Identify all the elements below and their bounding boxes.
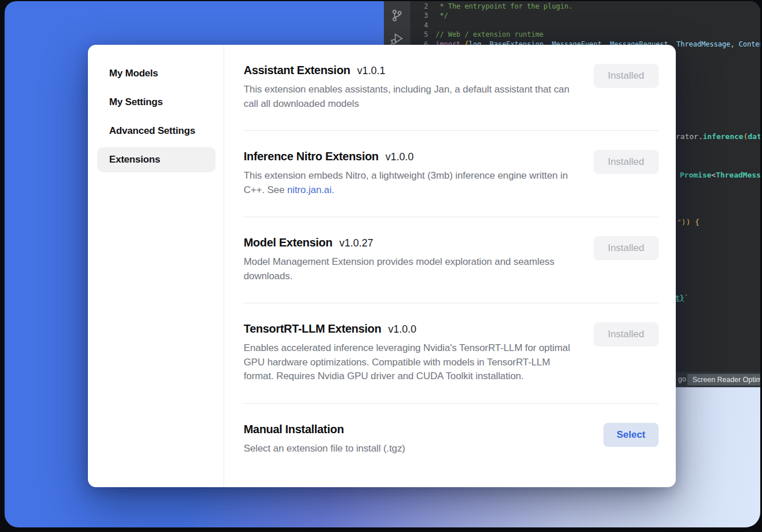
sidebar-item-my-settings[interactable]: My Settings bbox=[97, 90, 215, 115]
code-line: */ bbox=[436, 11, 760, 20]
description-text: This extension enables assistants, inclu… bbox=[244, 84, 569, 109]
sidebar-item-advanced-settings[interactable]: Advanced Settings bbox=[97, 118, 215, 144]
sidebar-item-my-models[interactable]: My Models bbox=[97, 61, 215, 86]
installed-button-model-extension[interactable]: Installed bbox=[594, 236, 659, 260]
source-control-icon[interactable] bbox=[390, 8, 405, 23]
editor-code: * The entrypoint for the plugin. */// We… bbox=[436, 2, 760, 49]
extensions-list: Assistant Extensionv1.0.1This extension … bbox=[224, 45, 676, 487]
extension-row-manual-installation: Manual InstallationSelect an extension f… bbox=[244, 404, 659, 476]
extension-name: Assistant Extension bbox=[244, 64, 350, 77]
select-button-manual-installation[interactable]: Select bbox=[603, 423, 659, 447]
line-number: 4 bbox=[410, 21, 428, 30]
extension-info: Model Extensionv1.0.27Model Management E… bbox=[244, 236, 576, 283]
code-line bbox=[436, 21, 760, 30]
installed-button-assistant-extension[interactable]: Installed bbox=[594, 64, 659, 88]
extension-description: Model Management Extension provides mode… bbox=[244, 255, 576, 283]
extension-row-tensortrt-llm-extension: TensortRT-LLM Extensionv1.0.0Enables acc… bbox=[244, 303, 659, 404]
extension-version: v1.0.0 bbox=[388, 323, 416, 336]
code-fragment: rator.inference(data)); bbox=[676, 132, 760, 141]
screen-reader-status-chip[interactable]: Screen Reader Optimize bbox=[687, 374, 760, 385]
extension-row-assistant-extension: Assistant Extensionv1.0.1This extension … bbox=[244, 45, 659, 131]
extension-version: v1.0.1 bbox=[357, 65, 385, 77]
status-text: go bbox=[678, 375, 686, 383]
settings-modal: My ModelsMy SettingsAdvanced SettingsExt… bbox=[88, 45, 676, 487]
settings-sidebar: My ModelsMy SettingsAdvanced SettingsExt… bbox=[88, 45, 224, 487]
line-number: 2 bbox=[410, 2, 428, 11]
extension-info: Manual InstallationSelect an extension f… bbox=[244, 423, 405, 456]
extension-name: Manual Installation bbox=[244, 423, 344, 436]
extension-description: Enables accelerated inference leveraging… bbox=[244, 341, 576, 384]
description-text: Enables accelerated inference leveraging… bbox=[244, 342, 570, 381]
extension-name: Inference Nitro Extension bbox=[244, 150, 379, 163]
extension-description: This extension enables assistants, inclu… bbox=[244, 83, 576, 111]
extension-description: This extension embeds Nitro, a lightweig… bbox=[244, 169, 576, 197]
extension-row-inference-nitro-extension: Inference Nitro Extensionv1.0.0This exte… bbox=[244, 131, 659, 217]
code-line: * The entrypoint for the plugin. bbox=[436, 2, 760, 11]
extension-info: Assistant Extensionv1.0.1This extension … bbox=[244, 64, 576, 111]
screen: 23456 * The entrypoint for the plugin. *… bbox=[5, 1, 760, 527]
installed-button-tensortrt-llm-extension[interactable]: Installed bbox=[594, 322, 659, 346]
description-text: Model Management Extension provides mode… bbox=[244, 256, 555, 282]
extension-row-model-extension: Model Extensionv1.0.27Model Management E… bbox=[244, 217, 659, 303]
extension-name: Model Extension bbox=[244, 236, 332, 249]
line-number: 3 bbox=[410, 11, 428, 20]
sidebar-item-extensions[interactable]: Extensions bbox=[97, 147, 215, 172]
extension-version: v1.0.27 bbox=[339, 237, 373, 249]
extension-version: v1.0.0 bbox=[386, 151, 414, 163]
code-fragment: ")) { bbox=[677, 218, 699, 226]
extension-info: Inference Nitro Extensionv1.0.0This exte… bbox=[244, 150, 576, 197]
extension-info: TensortRT-LLM Extensionv1.0.0Enables acc… bbox=[244, 322, 576, 384]
nitro-jan-ai-link[interactable]: nitro.jan.ai. bbox=[287, 184, 334, 195]
extension-description: Select an extension file to install (.tg… bbox=[244, 442, 405, 456]
line-number: 5 bbox=[410, 30, 428, 39]
code-fragment: t}` bbox=[675, 294, 688, 302]
extension-name: TensortRT-LLM Extension bbox=[244, 322, 381, 336]
installed-button-inference-nitro-extension[interactable]: Installed bbox=[594, 150, 659, 174]
description-text: Select an extension file to install (.tg… bbox=[244, 443, 405, 454]
code-fragment: Promise<ThreadMessage> bbox=[680, 171, 760, 179]
run-debug-icon[interactable] bbox=[390, 31, 405, 46]
editor-gutter: 23456 bbox=[410, 2, 428, 49]
code-line: // Web / extension runtime bbox=[436, 30, 760, 39]
